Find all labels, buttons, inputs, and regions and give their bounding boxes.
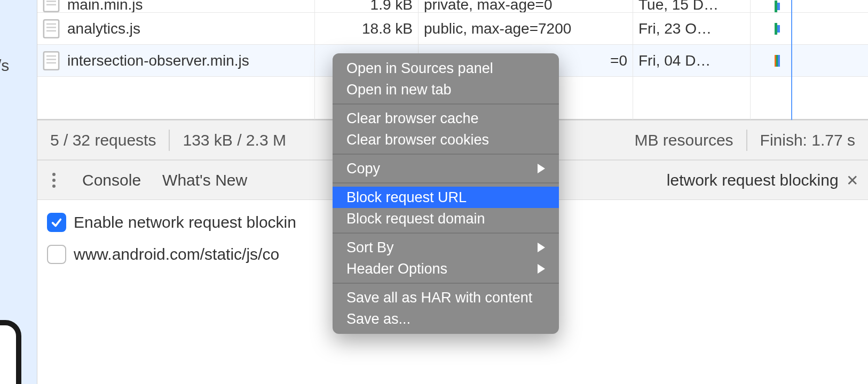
ctx-save-har[interactable]: Save all as HAR with content bbox=[333, 287, 559, 308]
ctx-sort-by[interactable]: Sort By bbox=[333, 237, 559, 258]
cell-date: Fri, 04 D… bbox=[633, 45, 751, 76]
checkbox-checked-icon[interactable] bbox=[47, 213, 66, 232]
file-icon bbox=[43, 51, 60, 70]
cell-waterfall bbox=[751, 13, 804, 44]
tab-whatsnew[interactable]: What's New bbox=[162, 166, 247, 195]
status-resources: MB resources bbox=[635, 131, 733, 149]
cell-name: intersection-observer.min.js bbox=[37, 45, 315, 76]
table-row[interactable]: analytics.js 18.8 kB public, max-age=720… bbox=[37, 13, 868, 45]
waterfall-icon bbox=[775, 23, 780, 35]
more-icon[interactable] bbox=[47, 173, 61, 188]
tab-console[interactable]: Console bbox=[82, 166, 141, 195]
context-menu: Open in Sources panel Open in new tab Cl… bbox=[333, 53, 559, 334]
ctx-open-sources[interactable]: Open in Sources panel bbox=[333, 58, 559, 79]
chevron-right-icon bbox=[538, 243, 545, 252]
file-name: analytics.js bbox=[67, 20, 140, 37]
separator bbox=[333, 283, 559, 284]
cell-size: 18.8 kB bbox=[315, 13, 419, 44]
device-frame-icon bbox=[0, 320, 21, 384]
tab-label: letwork request blocking bbox=[667, 171, 839, 189]
ctx-save-as[interactable]: Save as... bbox=[333, 308, 559, 330]
status-finish: Finish: 1.77 s bbox=[760, 131, 855, 149]
ctx-header-options[interactable]: Header Options bbox=[333, 258, 559, 279]
cell-cache: private, max-age=0 bbox=[419, 0, 633, 12]
cell-size: 1.9 kB bbox=[315, 0, 419, 12]
checkbox-empty-icon[interactable] bbox=[47, 245, 66, 264]
separator bbox=[333, 182, 559, 183]
cell-date: Fri, 23 O… bbox=[633, 13, 751, 44]
tab-network-request-blocking[interactable]: letwork request blocking ✕ bbox=[667, 166, 858, 195]
gutter-label: /s bbox=[0, 57, 9, 75]
separator bbox=[333, 154, 559, 155]
chevron-right-icon bbox=[538, 264, 545, 274]
svg-rect-4 bbox=[44, 20, 59, 37]
file-icon bbox=[43, 0, 60, 12]
cell-cache: public, max-age=7200 bbox=[419, 13, 633, 44]
block-pattern-text: www.android.com/static/js/co bbox=[74, 245, 279, 263]
separator bbox=[169, 130, 170, 151]
status-transferred: 133 kB / 2.3 M bbox=[183, 131, 286, 149]
close-icon[interactable]: ✕ bbox=[846, 172, 858, 189]
cell-name: main.min.js bbox=[37, 0, 315, 12]
separator bbox=[333, 233, 559, 234]
ctx-block-domain[interactable]: Block request domain bbox=[333, 208, 559, 229]
waterfall-icon bbox=[775, 1, 780, 12]
file-icon bbox=[43, 19, 60, 38]
table-row[interactable]: main.min.js 1.9 kB private, max-age=0 Tu… bbox=[37, 0, 868, 13]
status-requests: 5 / 32 requests bbox=[50, 131, 156, 149]
separator bbox=[746, 130, 747, 151]
ctx-open-new-tab[interactable]: Open in new tab bbox=[333, 79, 559, 100]
cell-waterfall bbox=[751, 0, 804, 12]
file-name: main.min.js bbox=[67, 0, 143, 12]
timeline-marker bbox=[791, 0, 792, 120]
cell-name: analytics.js bbox=[37, 13, 315, 44]
cell-date: Tue, 15 D… bbox=[633, 0, 751, 12]
ctx-clear-cache[interactable]: Clear browser cache bbox=[333, 108, 559, 129]
file-name: intersection-observer.min.js bbox=[67, 52, 249, 69]
waterfall-icon bbox=[775, 55, 780, 67]
separator bbox=[333, 103, 559, 105]
ctx-copy[interactable]: Copy bbox=[333, 158, 559, 179]
cell-waterfall bbox=[751, 45, 804, 76]
enable-blocking-label: Enable network request blockin bbox=[74, 213, 296, 231]
ctx-block-url[interactable]: Block request URL bbox=[333, 187, 559, 208]
svg-rect-8 bbox=[44, 52, 59, 69]
ctx-clear-cookies[interactable]: Clear browser cookies bbox=[333, 129, 559, 150]
chevron-right-icon bbox=[538, 164, 545, 173]
